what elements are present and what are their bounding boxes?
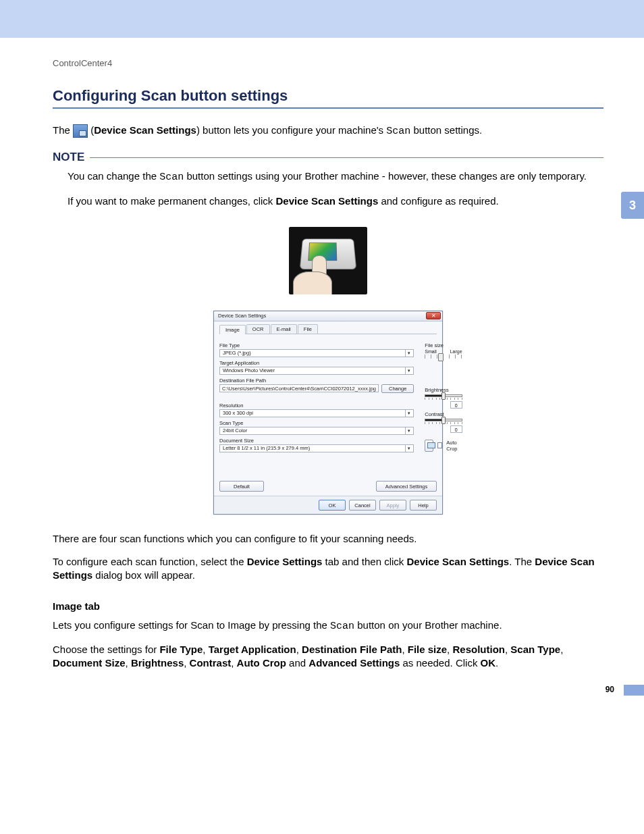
scan-type-combo[interactable]: 24bit Color bbox=[219, 427, 414, 435]
bold-text: Contrast bbox=[190, 657, 232, 669]
file-size-label: File size bbox=[425, 342, 462, 348]
bold-text: File Type bbox=[159, 644, 203, 655]
resolution-label: Resolution bbox=[219, 402, 414, 409]
tab-ocr[interactable]: OCR bbox=[246, 324, 270, 334]
text: If you want to make permanent changes, c… bbox=[68, 195, 276, 207]
dialog-titlebar: Device Scan Settings ✕ bbox=[214, 311, 442, 321]
auto-crop-checkbox[interactable] bbox=[437, 442, 442, 448]
bold-text: Auto Crop bbox=[237, 657, 286, 669]
tab-file[interactable]: File bbox=[298, 324, 318, 334]
dialog-footer: OK Cancel Apply Help bbox=[214, 496, 442, 514]
size-large-label: Large bbox=[450, 349, 462, 354]
text: button on your Brother machine. bbox=[354, 619, 502, 631]
bold-text: Advanced Settings bbox=[308, 657, 400, 669]
file-size-slider[interactable] bbox=[425, 355, 462, 359]
scan-button-illustration bbox=[289, 227, 367, 294]
tab-image[interactable]: Image bbox=[219, 325, 246, 334]
code-text: Scan bbox=[330, 621, 354, 632]
dialog-tabs: Image OCR E-mail File bbox=[219, 324, 437, 334]
resolution-combo[interactable]: 300 x 300 dpi bbox=[219, 409, 414, 417]
combo-value: 24bit Color bbox=[223, 427, 247, 434]
chevron-down-icon[interactable] bbox=[405, 445, 412, 452]
text: The bbox=[53, 124, 73, 136]
chevron-down-icon[interactable] bbox=[405, 367, 412, 374]
change-button[interactable]: Change bbox=[381, 384, 414, 393]
close-icon[interactable]: ✕ bbox=[426, 312, 441, 319]
chevron-down-icon[interactable] bbox=[405, 427, 412, 434]
bold-text: Device Scan Settings bbox=[94, 124, 196, 136]
chevron-down-icon[interactable] bbox=[405, 350, 412, 357]
text: tab and then click bbox=[322, 556, 406, 567]
intro-paragraph: The (Device Scan Settings) button lets y… bbox=[53, 124, 603, 138]
target-app-label: Target Application bbox=[219, 360, 414, 366]
id-card-scan-button[interactable] bbox=[425, 440, 433, 452]
text: ) button lets you configure your machine… bbox=[196, 124, 386, 136]
bold-text: File size bbox=[408, 644, 447, 655]
target-app-combo[interactable]: Windows Photo Viewer bbox=[219, 367, 414, 375]
top-accent-bar bbox=[0, 0, 644, 38]
file-type-label: File Type bbox=[219, 342, 414, 348]
combo-value: Windows Photo Viewer bbox=[223, 367, 275, 373]
page-title: Configuring Scan button settings bbox=[53, 87, 603, 105]
bold-text: OK bbox=[481, 657, 496, 669]
bold-text: Destination File Path bbox=[302, 644, 402, 655]
text: Choose the settings for bbox=[53, 644, 159, 655]
file-type-combo[interactable]: JPEG (*.jpg) bbox=[219, 349, 414, 357]
dialog-screenshot: Device Scan Settings ✕ Image OCR E-mail … bbox=[53, 311, 603, 515]
text: button settings using your Brother machi… bbox=[184, 170, 587, 182]
page-number: 90 bbox=[606, 685, 614, 694]
bold-text: Scan Type bbox=[510, 644, 560, 655]
destination-path-label: Destination File Path bbox=[219, 377, 414, 384]
chapter-tab: 3 bbox=[621, 192, 644, 219]
page-content: ControlCenter4 3 Configuring Scan button… bbox=[0, 38, 644, 706]
bold-text: Brightness bbox=[131, 657, 184, 669]
apply-button[interactable]: Apply bbox=[379, 500, 406, 511]
breadcrumb: ControlCenter4 bbox=[53, 58, 603, 68]
finger-press-icon bbox=[293, 253, 332, 294]
tab-email[interactable]: E-mail bbox=[271, 324, 297, 334]
text: . The bbox=[509, 556, 535, 567]
dialog-title: Device Scan Settings bbox=[218, 313, 266, 319]
combo-value: JPEG (*.jpg) bbox=[223, 350, 251, 356]
code-text: Scan bbox=[159, 172, 184, 183]
brightness-slider[interactable] bbox=[425, 394, 462, 397]
text: and configure as required. bbox=[378, 195, 498, 207]
note-body: You can change the Scan button settings … bbox=[53, 170, 603, 208]
paragraph: Lets you configure settings for Scan to … bbox=[53, 619, 603, 633]
document-size-combo[interactable]: Letter 8 1/2 x 11 in (215.9 x 279.4 mm) bbox=[219, 444, 414, 452]
cancel-button[interactable]: Cancel bbox=[349, 500, 376, 511]
chevron-down-icon[interactable] bbox=[405, 410, 412, 417]
image-tab-heading: Image tab bbox=[53, 600, 603, 612]
text: You can change the bbox=[68, 170, 159, 182]
brightness-value[interactable]: 0 bbox=[450, 401, 462, 409]
contrast-value[interactable]: 0 bbox=[450, 425, 462, 433]
auto-crop-label: Auto Crop bbox=[446, 440, 462, 452]
note-heading-row: NOTE bbox=[53, 151, 603, 164]
destination-path-field[interactable]: C:\Users\User\Pictures\ControlCenter4\Sc… bbox=[219, 384, 379, 392]
size-small-label: Small bbox=[425, 349, 437, 354]
device-scan-settings-icon bbox=[73, 124, 88, 138]
text: dialog box will appear. bbox=[92, 569, 195, 581]
advanced-settings-button[interactable]: Advanced Settings bbox=[376, 481, 437, 492]
bold-text: Device Settings bbox=[247, 556, 323, 567]
scan-type-label: Scan Type bbox=[219, 420, 414, 426]
default-button[interactable]: Default bbox=[219, 481, 264, 492]
ok-button[interactable]: OK bbox=[319, 500, 346, 511]
title-rule bbox=[53, 107, 603, 109]
paragraph: There are four scan functions which you … bbox=[53, 532, 603, 546]
combo-value: Letter 8 1/2 x 11 in (215.9 x 279.4 mm) bbox=[223, 445, 310, 451]
note-p1: You can change the Scan button settings … bbox=[68, 170, 603, 184]
note-p2: If you want to make permanent changes, c… bbox=[68, 194, 603, 208]
note-heading: NOTE bbox=[53, 151, 84, 164]
document-size-label: Document Size bbox=[219, 438, 414, 444]
text: as needed. Click bbox=[400, 657, 480, 669]
bold-text: Target Application bbox=[209, 644, 296, 655]
contrast-slider[interactable] bbox=[425, 419, 462, 421]
text: . bbox=[495, 657, 498, 669]
bold-text: Resolution bbox=[452, 644, 505, 655]
text: button settings. bbox=[410, 124, 482, 136]
bold-text: Document Size bbox=[53, 657, 126, 669]
help-button[interactable]: Help bbox=[410, 500, 437, 511]
page-number-accent bbox=[624, 685, 644, 696]
text: To configure each scan function, select … bbox=[53, 556, 247, 567]
